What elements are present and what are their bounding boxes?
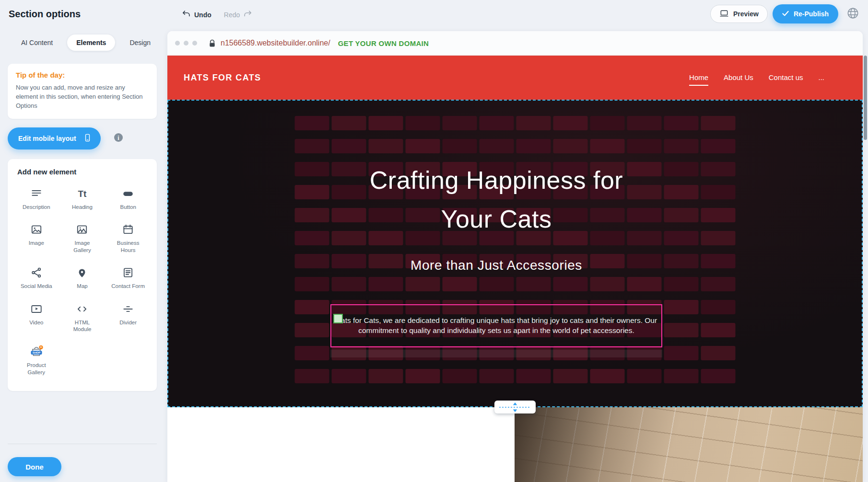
browser-chrome-bar: n1566589.websitebuilder.online/ GET YOUR… [167,31,863,56]
hero-section-selected[interactable]: Crafting Happiness for Your Cats More th… [167,100,863,407]
divider-icon [122,302,134,316]
element-description[interactable]: Description [13,183,59,214]
selected-paragraph-element[interactable]: Hats for Cats, we are dedicated to craft… [330,304,662,347]
mobile-layout-row: Edit mobile layout i [8,127,124,149]
element-label: Heading [72,204,93,210]
nav-contact-us[interactable]: Contact us [769,73,803,82]
nav-more-menu[interactable]: ... [818,73,824,82]
svg-text:+: + [40,346,42,349]
video-icon [30,302,43,316]
undo-label: Undo [194,11,211,19]
paragraph-outline-ghost [330,350,662,357]
site-header: HATS FOR CATS Home About Us Contact us .… [167,56,863,100]
element-heading[interactable]: Tt Heading [59,183,106,214]
element-contact-form[interactable]: Contact Form [105,262,151,293]
republish-button[interactable]: Re-Publish [773,4,838,23]
element-label: Product Gallery [20,362,53,376]
section-resize-handle[interactable] [494,401,536,413]
edit-mobile-layout-button[interactable]: Edit mobile layout [8,127,101,149]
preview-label: Preview [733,10,759,18]
element-divider[interactable]: Divider [105,298,151,337]
description-icon [30,186,43,201]
element-product-gallery[interactable]: SHOP+ Product Gallery [13,341,59,379]
element-video[interactable]: Video [13,298,59,337]
nav-about-us[interactable]: About Us [724,73,753,82]
hero-heading-line1: Crafting Happiness for [167,161,825,200]
paragraph-text: Hats for Cats, we are dedicated to craft… [333,316,659,336]
phone-icon [83,133,92,144]
svg-text:SHOP: SHOP [33,351,41,354]
site-nav: Home About Us Contact us ... [689,73,846,82]
element-label: HTML Module [65,319,99,333]
image-icon [30,222,43,237]
undo-button[interactable]: Undo [182,10,211,20]
element-button[interactable]: Button [105,183,151,214]
done-button[interactable]: Done [8,457,61,476]
app: Section options Undo Redo Preview Re-P [0,0,868,482]
topbar-actions: Preview Re-Publish [710,4,862,23]
tip-body: Now you can add, move and resize any ele… [16,83,149,111]
nav-home[interactable]: Home [689,73,708,82]
undo-icon [182,10,191,20]
undo-redo-group: Undo Redo [182,10,252,20]
globe-icon [846,7,859,22]
element-label: Map [77,283,87,289]
element-label: Description [23,204,50,210]
image-gallery-icon [76,222,88,237]
element-social-media[interactable]: Social Media [13,262,59,293]
preview-button[interactable]: Preview [710,5,768,23]
vertical-scrollbar-thumb[interactable] [864,56,867,140]
heading-icon: Tt [78,186,87,201]
page-title: Section options [9,9,81,20]
element-label: Divider [119,319,137,326]
redo-icon [243,10,252,20]
element-business-hours[interactable]: Business Hours [105,218,151,257]
site-content: HATS FOR CATS Home About Us Contact us .… [167,56,863,482]
element-map[interactable]: Map [59,262,106,293]
element-label: Video [29,319,43,326]
window-dot [184,41,188,46]
hero-heading[interactable]: Crafting Happiness for Your Cats [167,161,825,239]
tab-design[interactable]: Design [128,34,152,51]
add-new-element-card: Add new element Description Tt Heading B… [8,159,157,391]
next-section [167,407,863,482]
html-module-icon [76,302,88,316]
element-drag-handle[interactable] [333,314,343,323]
element-label: Social Media [21,283,52,289]
element-image[interactable]: Image [13,218,59,257]
site-url: n1566589.websitebuilder.online/ [221,39,330,47]
element-html-module[interactable]: HTML Module [59,298,106,337]
window-dot [175,41,180,46]
site-logo: HATS FOR CATS [184,73,261,83]
site-preview-window: n1566589.websitebuilder.online/ GET YOUR… [167,31,863,482]
business-hours-icon [122,222,134,237]
tab-elements[interactable]: Elements [67,34,115,51]
contact-form-icon [122,265,134,280]
element-label: Image [29,240,44,246]
get-domain-link[interactable]: GET YOUR OWN DOMAIN [338,39,429,47]
element-image-gallery[interactable]: Image Gallery [59,218,106,257]
edit-mobile-label: Edit mobile layout [18,135,76,142]
paving-photo [515,407,863,482]
language-globe-button[interactable] [843,4,862,23]
tip-title: Tip of the day: [16,71,149,79]
redo-label: Redo [224,11,240,19]
tip-of-the-day-card: Tip of the day: Now you can add, move an… [8,64,157,119]
sidebar-tabs: AI Content Elements Design [19,34,152,51]
map-pin-icon [76,265,88,280]
sidebar-divider [8,444,157,444]
republish-label: Re-Publish [794,10,829,18]
element-label: Business Hours [111,240,145,253]
element-grid: Description Tt Heading Button Image [13,183,151,379]
lock-icon [209,39,216,47]
info-icon[interactable]: i [113,132,124,145]
add-element-title: Add new element [17,168,151,176]
window-control-dots [175,41,197,46]
monitor-icon [719,9,729,20]
element-label: Contact Form [111,283,145,289]
social-media-icon [30,265,43,280]
check-icon [782,10,789,18]
hero-subheading[interactable]: More than Just Accessories [167,258,825,273]
tab-ai-content[interactable]: AI Content [19,34,55,51]
redo-button[interactable]: Redo [224,10,252,20]
